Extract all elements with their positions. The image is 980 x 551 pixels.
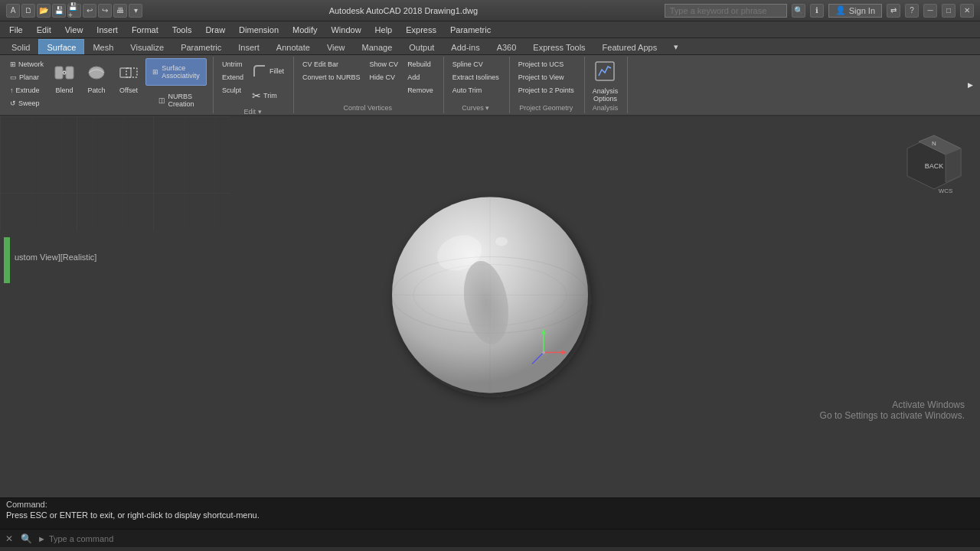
btn-add[interactable]: Add: [403, 71, 437, 83]
user-icon: 👤: [835, 5, 846, 15]
svg-rect-4: [126, 68, 137, 77]
svg-rect-7: [0, 116, 230, 231]
command-input-row: ✕ 🔍 ►: [0, 529, 980, 547]
btn-surface-associativity[interactable]: ⊞ SurfaceAssociativity: [145, 58, 207, 86]
group-cv-label: Control Vertices: [344, 104, 393, 112]
menu-modify[interactable]: Modify: [286, 22, 323, 37]
close-btn[interactable]: ✕: [960, 4, 974, 18]
tab-solid[interactable]: Solid: [3, 39, 38, 54]
btn-sweep[interactable]: ↺ Sweep: [6, 97, 47, 109]
viewport-canvas[interactable]: [Custom View][Realistic]: [0, 116, 980, 497]
blend-label: Blend: [56, 86, 74, 94]
ribbon-overflow-btn[interactable]: ▶: [964, 79, 977, 91]
tab-visualize[interactable]: Visualize: [122, 39, 172, 54]
btn-project-view[interactable]: Project to View: [514, 71, 578, 83]
svg-rect-0: [55, 67, 63, 79]
tab-featured-apps[interactable]: Featured Apps: [594, 39, 666, 54]
btn-network[interactable]: ⊞ Network: [6, 58, 47, 70]
analysis-col: AnalysisOptions: [590, 58, 622, 96]
tab-express-tools[interactable]: Express Tools: [524, 39, 593, 54]
signin-button[interactable]: 👤 Sign In: [828, 4, 882, 18]
btn-untrim[interactable]: Untrim: [218, 58, 247, 70]
menu-window[interactable]: Window: [325, 22, 367, 37]
btn-patch[interactable]: Patch: [81, 58, 112, 99]
tab-addins[interactable]: Add-ins: [443, 39, 488, 54]
qat-dropdown[interactable]: ▾: [129, 4, 142, 18]
open-btn[interactable]: 📂: [37, 4, 51, 18]
menu-dimension[interactable]: Dimension: [233, 22, 285, 37]
status-bar: Command: Press ESC or ENTER to exit, or …: [0, 497, 980, 551]
cmd-close-btn[interactable]: ✕: [3, 533, 15, 544]
btn-project-2points[interactable]: Project to 2 Points: [514, 84, 578, 96]
btn-sculpt[interactable]: Sculpt: [218, 84, 247, 96]
tab-parametric[interactable]: Parametric: [172, 39, 230, 54]
btn-spline-cv[interactable]: Spline CV: [449, 58, 503, 70]
left-toolbar: [0, 233, 14, 444]
menu-parametric[interactable]: Parametric: [444, 22, 497, 37]
cmd-search-btn[interactable]: 🔍: [18, 533, 34, 544]
keyword-search[interactable]: [665, 4, 787, 18]
menu-format[interactable]: Format: [126, 22, 165, 37]
btn-extract-isolines[interactable]: Extract Isolines: [449, 71, 503, 83]
extrude-icon: ↑: [10, 86, 14, 94]
tab-insert[interactable]: Insert: [230, 39, 268, 54]
menu-file[interactable]: File: [3, 22, 29, 37]
new-btn[interactable]: 🗋: [21, 4, 35, 18]
svg-text:N: N: [932, 140, 936, 147]
btn-nurbs-creation[interactable]: ◫ NURBSCreation: [145, 86, 207, 114]
btn-hide-cv[interactable]: Hide CV: [366, 71, 403, 83]
help-icon[interactable]: ?: [905, 4, 919, 18]
tab-a360[interactable]: A360: [488, 39, 525, 54]
btn-planar[interactable]: ▭ Planar: [6, 71, 47, 83]
btn-convert-nurbs[interactable]: Convert to NURBS: [299, 71, 364, 83]
btn-extend[interactable]: Extend: [218, 71, 247, 83]
analysis-icon: [594, 60, 616, 86]
restore-btn[interactable]: □: [942, 4, 956, 18]
menu-draw[interactable]: Draw: [199, 22, 231, 37]
tab-overflow[interactable]: ▾: [665, 39, 687, 54]
svg-rect-3: [120, 68, 131, 77]
redo-btn[interactable]: ↪: [98, 4, 112, 18]
status-bottom-bar: Model Layout1 Layout2 + MODEL ▦ ⊕ ≡ ⊙ △ …: [0, 547, 980, 551]
btn-auto-trim[interactable]: Auto Trim: [449, 84, 503, 96]
menu-view[interactable]: View: [59, 22, 90, 37]
search-icon[interactable]: 🔍: [792, 4, 805, 18]
menu-tools[interactable]: Tools: [166, 22, 198, 37]
btn-offset[interactable]: Offset: [113, 58, 144, 99]
app-menu-icon[interactable]: A: [6, 4, 20, 18]
tab-annotate[interactable]: Annotate: [268, 39, 318, 54]
btn-rebuild[interactable]: Rebuild: [403, 58, 437, 70]
btn-trim[interactable]: ✂ Trim: [249, 85, 287, 106]
group-edit-label: Edit ▾: [244, 108, 262, 116]
planar-icon: ▭: [10, 73, 17, 81]
menu-help[interactable]: Help: [369, 22, 399, 37]
minimize-btn[interactable]: ─: [923, 4, 937, 18]
btn-cv-edit-bar[interactable]: CV Edit Bar: [299, 58, 364, 70]
undo-btn[interactable]: ↩: [83, 4, 96, 18]
btn-remove[interactable]: Remove: [403, 84, 437, 96]
tab-surface[interactable]: Surface: [38, 39, 84, 54]
btn-fillet[interactable]: Fillet: [249, 58, 287, 84]
exchange-icon[interactable]: ⇄: [887, 4, 900, 18]
btn-extrude[interactable]: ↑ Extrude: [6, 84, 47, 96]
tab-output[interactable]: Output: [400, 39, 443, 54]
btn-blend[interactable]: Blend: [49, 58, 80, 99]
ribbon-tab-bar: Solid Surface Mesh Visualize Parametric …: [0, 38, 980, 55]
plot-btn[interactable]: 🖶: [113, 4, 127, 18]
menu-edit[interactable]: Edit: [31, 22, 57, 37]
menu-insert[interactable]: Insert: [90, 22, 124, 37]
cv-col3: Rebuild Add Remove: [403, 58, 437, 96]
info-icon[interactable]: ℹ: [810, 4, 824, 18]
tab-view[interactable]: View: [318, 39, 354, 54]
command-input[interactable]: [49, 534, 977, 543]
svg-point-2: [89, 67, 104, 79]
save-btn[interactable]: 💾: [52, 4, 66, 18]
btn-show-cv[interactable]: Show CV: [366, 58, 403, 70]
navigation-cube[interactable]: BACK N WCS: [903, 132, 965, 201]
menu-express[interactable]: Express: [400, 22, 443, 37]
tab-manage[interactable]: Manage: [354, 39, 401, 54]
btn-analysis-options[interactable]: AnalysisOptions: [590, 58, 622, 96]
btn-project-ucs[interactable]: Project to UCS: [514, 58, 578, 70]
tab-mesh[interactable]: Mesh: [84, 39, 122, 54]
save-as-btn[interactable]: 💾+: [67, 4, 81, 18]
